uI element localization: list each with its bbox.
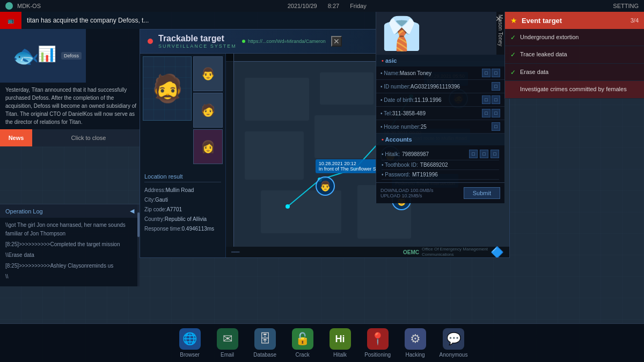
svg-rect-7 [261,190,341,233]
op-log-entry-2: [8:25]>>>>>>>>>>Completed the target mis… [5,240,134,249]
event-item-1[interactable]: ✓ Underground extortion [505,29,644,46]
hitalk-icon: Hi [330,328,351,350]
bullet-basic: • [382,57,384,64]
taskbar-right: SETTING [613,3,639,9]
os-name: MDK-OS [17,3,41,9]
location-result: Location result Address:Mullin Road City… [140,167,225,238]
dock-item-positioning[interactable]: 📍 Positioning [364,328,391,358]
suspect-face-3[interactable]: 👩 [193,129,223,164]
modal-close-button[interactable]: ✕ [331,36,342,47]
news-tag: News [0,129,32,146]
dock-item-browser[interactable]: 🌐 Browser [177,328,203,358]
field-name-btn1[interactable]: □ [482,69,491,77]
modal-title-group: Trackable target SURVEILLANCE SYSTEM [158,34,237,49]
detail-section-basic: • asic [376,55,504,67]
upload-value: 10.2MB/s [402,193,422,198]
news-body: Yesterday, Titan announced that it had s… [0,83,145,129]
crack-label: Crack [296,352,310,358]
field-tel-btn2[interactable]: □ [492,109,500,117]
map-slider[interactable]: ━━━ [231,249,239,255]
modal-url: https://...com/Wd=Miranda/Cameron [248,39,326,44]
download-value: 100.0MB/s [411,188,434,193]
op-log-entry-3: \\Erase data [5,251,134,260]
field-tel-btn1[interactable]: □ [482,109,491,117]
settings-label[interactable]: SETTING [613,3,639,9]
detail-avatar: 👔 [382,14,422,53]
op-log-toggle[interactable]: ◀ [130,208,134,215]
anonymous-label: Anonymous [440,352,468,358]
event-item-text-2: Trace leaked data [520,50,567,58]
hitalk-btn2[interactable]: □ [480,150,488,158]
suspect-face-1[interactable]: 👨 [193,56,223,91]
detail-panel: ✕ 👔 Mason Toney • asic • Name:Mason Tone… [376,12,504,203]
positioning-label: Positioning [364,352,391,358]
account-password: • Password: MT191996 [382,170,499,180]
detail-footer: DOWNLOAD 100.0MB/s UPLOAD 10.2MB/s Submi… [376,182,504,203]
status-dot [242,40,245,43]
database-icon: 🗄 [254,328,276,350]
event-item-text-1: Underground extortion [520,33,579,41]
event-item-3[interactable]: ✓ Erase data [505,64,644,81]
field-name-btn2[interactable]: □ [492,69,500,77]
download-info: DOWNLOAD 100.0MB/s [380,188,434,193]
news-close-button[interactable]: Click to close [32,129,145,146]
event-item-4[interactable]: ✓ Investigate crimes committed by female… [505,81,644,98]
svg-rect-2 [320,72,374,105]
submit-button[interactable]: Submit [464,187,500,199]
event-item-text-3: Erase data [520,68,548,76]
svg-rect-5 [245,131,304,180]
location-result-title: Location result [144,171,221,182]
account-hitalk-label: • Hitalk: [382,151,400,157]
event-counter: 3/4 [631,17,639,24]
location-city: City:Gauti [144,195,221,205]
taskbar: MDK-OS 2021/10/29 8:27 Friday SETTING [0,0,644,12]
detail-avatar-area: 👔 Mason Toney [376,12,504,55]
check-icon-2: ✓ [510,51,516,58]
hitalk-btn1[interactable]: □ [469,150,478,158]
news-ticker-text: titan has acquired the company Defoss, t… [21,17,149,24]
op-log-entry-1: \\got The girl Jon once harrased, her na… [5,221,134,238]
hitalk-btn3[interactable]: □ [491,150,499,158]
hacking-label: Hacking [406,352,425,358]
star-icon: ★ [510,16,517,25]
field-dob-btn2[interactable]: □ [492,95,500,104]
taskbar-left: MDK-OS [5,2,41,10]
map-ruler-vertical [226,54,234,247]
field-dob-text: • Date of birth:11.19.1996 [380,97,481,103]
svg-point-15 [286,204,290,209]
op-log-entry-5: \\ [5,272,134,281]
suspect-face-scan[interactable]: 🧔 [143,56,192,121]
dock-item-hacking[interactable]: ⚙ Hacking [402,328,429,358]
os-icon [5,2,13,10]
news-ticker-icon: 📺 [0,12,21,29]
location-country: Country:Republic of Allivia [144,215,221,224]
event-item-2[interactable]: ✓ Trace leaked data [505,46,644,63]
field-id-btn1[interactable]: □ [492,82,500,91]
browser-label: Browser [180,352,200,358]
dock-item-email[interactable]: ✉ Email [214,328,241,358]
op-log-body: \\got The girl Jon once harrased, her na… [0,218,140,286]
field-dob-btn1[interactable]: □ [482,95,491,104]
hitalk-dock-label: Hitalk [333,352,347,358]
crack-icon: 🔓 [292,328,313,350]
dock-item-hitalk[interactable]: Hi Hitalk [327,328,354,358]
map-pin-4[interactable]: 👨 10.28.2021 20:12In front of The Sunflo… [316,176,335,196]
taskbar-day: Friday [350,3,367,9]
modal-subtitle: SURVEILLANCE SYSTEM [158,43,237,49]
account-toothbook-value: TB6689202 [420,162,448,168]
dock-item-database[interactable]: 🗄 Database [252,328,279,358]
detail-field-house: • House number:25 □ [376,120,504,134]
map-controls: ━━━ [231,249,239,255]
detail-close-button[interactable]: ✕ [495,14,502,23]
account-password-label: • Password: [382,172,410,178]
detail-field-name: • Name:Mason Toney □ □ [376,67,504,80]
positioning-icon: 📍 [367,328,389,350]
event-header: ★ Event target 3/4 [505,12,644,29]
detail-field-tel: • Tel:311-3858-489 □ □ [376,107,504,120]
field-house-btn1[interactable]: □ [492,122,500,131]
dock-item-anonymous[interactable]: 💬 Anonymous [440,328,468,358]
event-panel: ★ Event target 3/4 ✓ Underground extorti… [504,12,644,99]
bullet-accounts: • [382,136,384,143]
suspect-face-2[interactable]: 🧑 [193,93,223,128]
dock-item-crack[interactable]: 🔓 Crack [289,328,316,358]
